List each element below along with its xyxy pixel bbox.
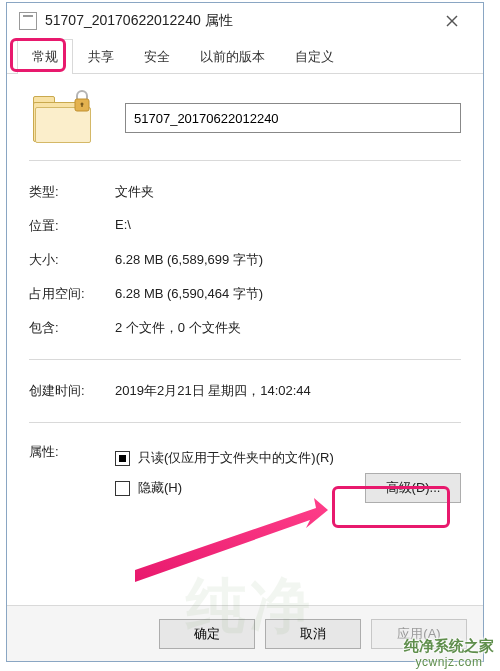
tab-general[interactable]: 常规 <box>17 39 73 74</box>
svg-rect-4 <box>81 104 82 107</box>
cancel-button[interactable]: 取消 <box>265 619 361 649</box>
label-contains: 包含: <box>29 319 115 337</box>
watermark: 纯净系统之家 ycwnjz.com <box>404 637 494 669</box>
advanced-button[interactable]: 高级(D)... <box>365 473 461 503</box>
checkbox-readonly-row[interactable]: 只读(仅应用于文件夹中的文件)(R) <box>115 443 461 473</box>
close-button[interactable] <box>429 6 475 36</box>
label-created: 创建时间: <box>29 382 115 400</box>
checkbox-readonly-label: 只读(仅应用于文件夹中的文件)(R) <box>138 449 334 467</box>
value-created: 2019年2月21日 星期四，14:02:44 <box>115 382 461 400</box>
label-size-on-disk: 占用空间: <box>29 285 115 303</box>
checkbox-hidden-label: 隐藏(H) <box>138 479 182 497</box>
label-size: 大小: <box>29 251 115 269</box>
watermark-name: 纯净系统之家 <box>404 637 494 655</box>
folder-name-input[interactable] <box>125 103 461 133</box>
properties-dialog: 51707_20170622012240 属性 常规 共享 安全 以前的版本 自… <box>6 2 484 662</box>
label-attributes: 属性: <box>29 443 115 503</box>
value-size: 6.28 MB (6,589,699 字节) <box>115 251 461 269</box>
lock-icon <box>73 90 91 112</box>
separator <box>29 359 461 360</box>
close-icon <box>446 15 458 27</box>
tab-share[interactable]: 共享 <box>73 39 129 74</box>
window-title: 51707_20170622012240 属性 <box>45 12 429 30</box>
separator <box>29 422 461 423</box>
tab-previous-versions[interactable]: 以前的版本 <box>185 39 280 74</box>
tabs: 常规 共享 安全 以前的版本 自定义 <box>7 39 483 74</box>
folder-lock-icon <box>29 90 93 146</box>
ok-button[interactable]: 确定 <box>159 619 255 649</box>
checkbox-readonly[interactable] <box>115 451 130 466</box>
checkbox-hidden[interactable] <box>115 481 130 496</box>
label-type: 类型: <box>29 183 115 201</box>
tab-custom[interactable]: 自定义 <box>280 39 349 74</box>
value-location: E:\ <box>115 217 461 235</box>
app-icon <box>19 12 37 30</box>
watermark-url: ycwnjz.com <box>404 655 494 669</box>
checkbox-hidden-row[interactable]: 隐藏(H) <box>115 473 182 503</box>
label-location: 位置: <box>29 217 115 235</box>
value-contains: 2 个文件，0 个文件夹 <box>115 319 461 337</box>
content-pane: 类型:文件夹 位置:E:\ 大小:6.28 MB (6,589,699 字节) … <box>7 74 483 605</box>
value-size-on-disk: 6.28 MB (6,590,464 字节) <box>115 285 461 303</box>
titlebar: 51707_20170622012240 属性 <box>7 3 483 39</box>
value-type: 文件夹 <box>115 183 461 201</box>
tab-security[interactable]: 安全 <box>129 39 185 74</box>
separator <box>29 160 461 161</box>
